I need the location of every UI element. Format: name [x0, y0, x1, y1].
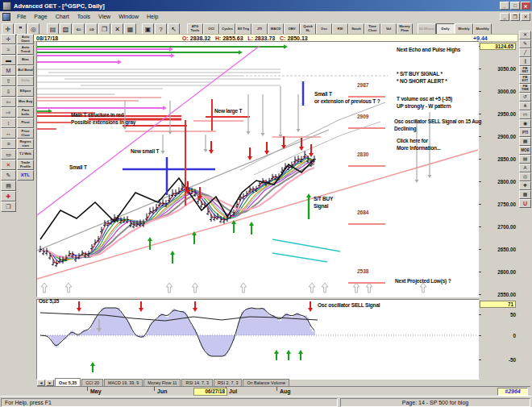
arrow-up-icon[interactable]: ⇧ [1, 76, 16, 86]
price-tick-mark [479, 181, 481, 182]
tab-macd-19-39-9[interactable]: MACD 19, 39, 9 [104, 379, 143, 386]
ruler-icon[interactable]: ▬ [1, 55, 16, 65]
trend-lines-icon[interactable]: ▤ [1, 181, 16, 191]
study-xtl[interactable]: XTL [17, 170, 34, 181]
mob-icon[interactable]: MOB [519, 146, 531, 155]
clear-drawings-icon[interactable]: ✕ [1, 160, 16, 170]
oscillator-scale[interactable]: 71 500-50 [479, 300, 517, 379]
menu-page[interactable]: Page [30, 14, 51, 19]
menu-view[interactable]: View [94, 14, 114, 19]
price-tick-mark [479, 294, 481, 295]
pencil-icon[interactable]: ✎ [519, 39, 531, 48]
price-tick: 2900.00 [497, 134, 516, 139]
chart-window-icon[interactable]: ▤ [519, 155, 531, 164]
box-draw-icon[interactable]: ▭ [519, 110, 531, 119]
box-tool-icon[interactable]: ▭ [1, 149, 16, 160]
delete-drawing-icon[interactable]: ✕ [519, 31, 531, 39]
fib-extension-icon[interactable]: FIB EXT [519, 75, 531, 84]
study-bias[interactable]: Bias [17, 55, 34, 65]
ohlc-value: 2855.63 [222, 35, 247, 41]
compress-icon[interactable]: ≡ [1, 139, 16, 149]
study-delta[interactable]: Delta [17, 76, 34, 86]
oscillator-canvas[interactable] [37, 300, 479, 379]
expand-vertical-icon[interactable]: ↕ [1, 118, 16, 128]
menu-tools[interactable]: Tools [73, 14, 94, 19]
oscillator-panel[interactable] [36, 299, 480, 380]
tab-scroll-left[interactable]: ◄ [37, 380, 45, 386]
window-title: Advanced GET - [^GSPC, Daily] [14, 2, 105, 10]
tab-on-balance-volume[interactable]: On Balance Volume [243, 379, 289, 386]
price-tick-mark [479, 272, 481, 272]
study-price-clust[interactable]: Price Clust [17, 128, 34, 139]
chart-window-icon [2, 13, 10, 21]
mob-ellipse-icon[interactable]: ◉ [519, 119, 531, 128]
study-pivot[interactable]: Pivot [17, 118, 34, 128]
tab-rsi-2-7-3[interactable]: RSI 2, 7, 3 [214, 379, 242, 386]
study-trade-profile[interactable]: Trade Profile [17, 160, 34, 170]
menu-window[interactable]: Window [114, 14, 143, 19]
price-tick-mark [479, 91, 481, 92]
arrow-left-icon[interactable]: ⇦ [1, 97, 16, 107]
price-chart-canvas[interactable] [37, 42, 479, 297]
gann-tools-icon[interactable]: ✛ [1, 34, 16, 44]
menu-chart[interactable]: Chart [52, 14, 73, 19]
menu-file[interactable]: File [13, 14, 30, 19]
child-restore-button[interactable]: ❐ [510, 13, 520, 21]
tab-rsi-14-7-3[interactable]: RSI 14, 7, 3 [181, 379, 212, 386]
child-minimize-button[interactable]: _ [500, 13, 509, 21]
new-window-icon[interactable]: ❒ [1, 201, 16, 212]
draw-lines-icon[interactable]: ✎ [1, 170, 16, 181]
maximize-button[interactable]: □ [510, 2, 520, 10]
month-label-jun: Jun [157, 388, 167, 394]
study-bol-band[interactable]: Bol Band [17, 65, 34, 76]
minimize-button[interactable]: _ [500, 2, 509, 10]
study-para-bolic[interactable]: Para bolic [17, 107, 34, 118]
price-tick-mark [479, 136, 481, 137]
fan-lines-icon[interactable]: ⋔ [519, 102, 531, 110]
tab-scroll-right[interactable]: ► [46, 380, 54, 386]
month-tick [154, 387, 155, 391]
update-icon[interactable]: U [519, 199, 531, 208]
month-tick [276, 387, 277, 391]
osc-tick: 50 [510, 312, 516, 318]
price-scale[interactable]: 3124.65 3100.003050.003000.002950.002900… [479, 42, 517, 297]
drawing-toolbar: ✛≈▬M⇧⇩⇦⇨↕↔≡▭✕✎▤✚❒ [1, 34, 16, 212]
tab-osc-5-35[interactable]: Osc 5,35 [55, 378, 81, 386]
text-tool-icon[interactable]: A [519, 164, 531, 172]
grid-icon[interactable]: ▦ [519, 137, 531, 146]
study-auto-trend[interactable]: Auto Trend [17, 44, 34, 55]
expand-horizontal-icon[interactable]: ↔ [1, 128, 16, 139]
magnifier-icon[interactable]: ◎ [519, 172, 531, 181]
selected-date-box[interactable]: 06/27/18 [193, 388, 227, 396]
arrow-right-icon[interactable]: ⇨ [1, 107, 16, 118]
parallel-lines-icon[interactable]: ∥ [519, 57, 531, 66]
gann-circle-icon[interactable]: ↺ [519, 93, 531, 102]
child-close-button[interactable]: ✕ [521, 13, 530, 21]
color-palette-icon[interactable]: ❖ [519, 181, 531, 190]
study-auto-gann[interactable]: Auto Gann [17, 34, 34, 44]
advanced-get-window: Advanced GET - [^GSPC, Daily] _ □ ✕ File… [0, 0, 532, 407]
tab-money-flow-11[interactable]: Money Flow 11 [143, 379, 181, 386]
right-drawing-toolbar: ✕✎╱∥FIB RETFIB EXTFIB TIME↺⋔▭◉PTI▦MOB▤A◎… [519, 31, 531, 208]
price-tick: 2600.00 [497, 269, 516, 275]
close-button[interactable]: ✕ [521, 2, 530, 10]
trendline-icon[interactable]: ╱ [519, 48, 531, 57]
page-indicator: Page: 14 - SP 500 for blog [340, 398, 530, 407]
study-mov-avg[interactable]: Mov Avg [17, 97, 34, 107]
elliott-count-icon[interactable]: M [1, 65, 16, 76]
tab-cci-20[interactable]: CCI 20 [81, 379, 103, 386]
menu-help[interactable]: Help [143, 14, 162, 19]
arrow-down-icon[interactable]: ⇩ [1, 86, 16, 97]
fib-retracement-icon[interactable]: FIB RET [519, 66, 531, 75]
pattern-fill-icon[interactable]: ▩ [519, 190, 531, 199]
price-tick-mark [479, 159, 481, 160]
title-bar: Advanced GET - [^GSPC, Daily] _ □ ✕ [0, 0, 532, 11]
study-regres-sion[interactable]: Regres sion [17, 139, 34, 149]
study-ellipse[interactable]: Ellipse [17, 86, 34, 97]
pti-icon[interactable]: PTI [519, 128, 531, 137]
wave-tool-icon[interactable]: ≈ [1, 44, 16, 55]
study-tj-web[interactable]: TJ Web [17, 149, 34, 160]
fib-time-icon[interactable]: FIB TIME [519, 84, 531, 93]
price-chart-panel[interactable] [36, 41, 480, 297]
add-study-icon[interactable]: ✚ [1, 191, 16, 201]
